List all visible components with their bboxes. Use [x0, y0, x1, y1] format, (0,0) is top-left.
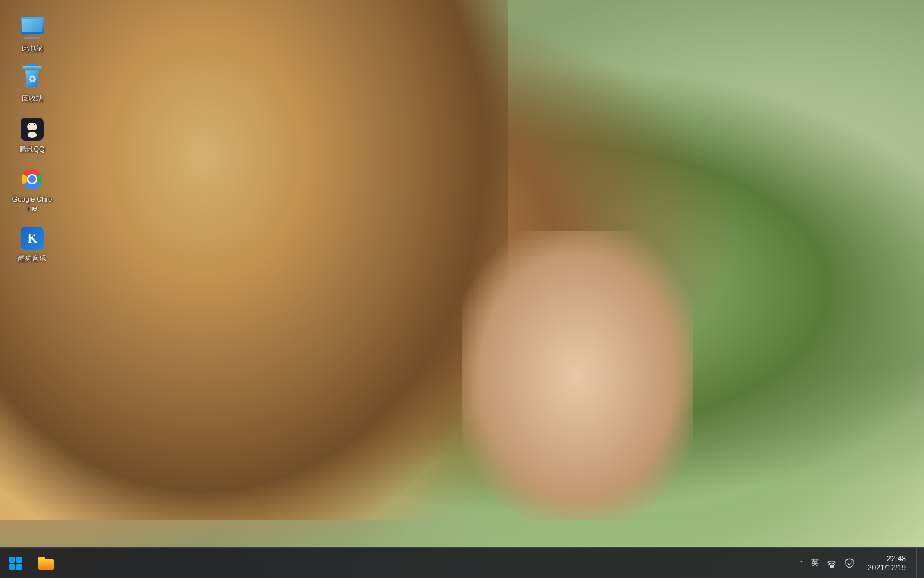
start-button[interactable] [0, 548, 31, 579]
desktop-icon-tencent-qq[interactable]: 腾讯QQ [6, 114, 58, 156]
windows-logo-icon [9, 557, 22, 570]
taskbar-clock[interactable]: 22:48 2021/12/19 [860, 554, 914, 572]
clock-date: 2021/12/19 [868, 563, 906, 572]
taskbar: ⌃ 英 22:48 2021/12/19 [0, 547, 924, 578]
wallpaper [0, 0, 924, 578]
show-desktop-button[interactable] [916, 548, 919, 579]
svg-point-1 [28, 175, 36, 183]
taskbar-file-explorer[interactable] [31, 548, 62, 579]
tencent-qq-icon [19, 116, 45, 142]
recycle-bin-icon: ♻ [19, 66, 45, 91]
show-hidden-icons-button[interactable]: ⌃ [796, 557, 806, 569]
recycle-bin-label: 回收站 [22, 94, 43, 103]
language-indicator[interactable]: 英 [809, 556, 821, 570]
desktop-icon-google-chrome[interactable]: Google Chrome [6, 164, 58, 216]
system-tray: ⌃ 英 22:48 2021/12/19 [791, 548, 924, 579]
kuwo-music-label: 酷狗音乐 [18, 254, 46, 263]
desktop-icon-my-computer[interactable]: 此电脑 [6, 13, 58, 55]
desktop-icons: 此电脑 ♻ 回收站 [0, 0, 64, 279]
tencent-qq-label: 腾讯QQ [19, 144, 44, 153]
my-computer-label: 此电脑 [22, 44, 43, 53]
google-chrome-icon [19, 166, 45, 192]
svg-rect-2 [830, 565, 834, 568]
network-icon[interactable] [824, 556, 839, 571]
my-computer-icon [19, 15, 45, 41]
google-chrome-label: Google Chrome [10, 195, 55, 213]
kuwo-music-icon: K [19, 225, 45, 251]
desktop-icon-recycle-bin[interactable]: ♻ 回收站 [6, 63, 58, 105]
security-icon[interactable] [842, 556, 857, 571]
clock-time: 22:48 [887, 554, 906, 563]
desktop-icon-kuwo-music[interactable]: K 酷狗音乐 [6, 223, 58, 265]
